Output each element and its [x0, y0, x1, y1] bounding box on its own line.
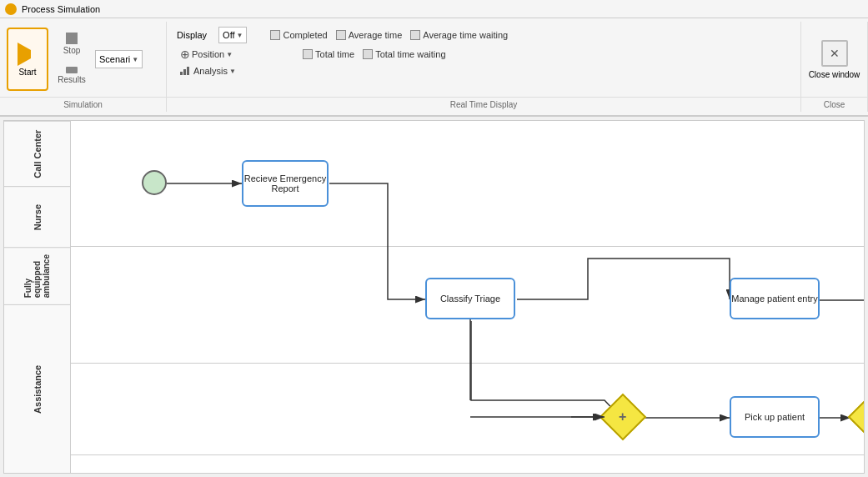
- lane-divider-2: [71, 363, 864, 364]
- chevron-down-icon: ▼: [229, 68, 236, 75]
- chevron-down-icon: ▼: [132, 56, 138, 63]
- lane-divider-3: [71, 454, 864, 455]
- off-dropdown[interactable]: Off ▼: [218, 27, 247, 43]
- start-event[interactable]: [142, 170, 167, 195]
- display-label: Display: [177, 30, 207, 40]
- chevron-down-icon: ▼: [226, 51, 233, 58]
- close-window-label: Close window: [809, 70, 860, 79]
- average-time-waiting-checkbox[interactable]: Average time waiting: [410, 30, 508, 40]
- display-label-bottom: Real Time Display: [167, 97, 800, 112]
- play-icon: [18, 43, 41, 66]
- ribbon: Start Stop Results Scenari ▼: [0, 18, 868, 117]
- checkbox-icon: [410, 30, 420, 40]
- analysis-button[interactable]: Analysis ▼: [177, 65, 239, 77]
- receive-node[interactable]: Recieve Emergency Report: [242, 160, 329, 207]
- classify-node[interactable]: Classify Triage: [425, 278, 515, 319]
- app-title: Process Simulation: [22, 4, 100, 14]
- close-label: Close: [801, 97, 867, 112]
- lane-assistance: Assistance: [4, 304, 70, 473]
- checkbox-icon: [270, 30, 280, 40]
- start-button[interactable]: Start: [7, 28, 48, 91]
- lane-call-center: Call Center: [4, 121, 70, 186]
- results-icon: [66, 67, 78, 73]
- pickup-node[interactable]: Pick up patient: [730, 396, 820, 438]
- app-icon: [5, 3, 17, 15]
- total-time-checkbox[interactable]: Total time: [303, 49, 354, 59]
- stop-button[interactable]: Stop: [53, 28, 90, 58]
- completed-checkbox[interactable]: Completed: [270, 30, 327, 40]
- swimlane-labels: Call Center Nurse Fully equipped ambulan…: [4, 121, 71, 473]
- title-bar: Process Simulation: [0, 0, 868, 18]
- lane-nurse: Nurse: [4, 186, 70, 247]
- checkbox-icon: [363, 49, 373, 59]
- scenario-dropdown[interactable]: Scenari ▼: [95, 50, 143, 68]
- average-time-checkbox[interactable]: Average time: [336, 30, 403, 40]
- chevron-down-icon: ▼: [237, 32, 243, 39]
- close-window-button[interactable]: [821, 40, 848, 67]
- manage-node[interactable]: Manage patient entry: [730, 278, 820, 319]
- diagram-canvas: Recieve Emergency Report Classify Triage…: [71, 121, 864, 473]
- position-button[interactable]: ⊕ Position ▼: [177, 47, 236, 62]
- stop-icon: [66, 33, 78, 44]
- simulation-label: Simulation: [0, 97, 166, 112]
- display-section: Display Off ▼ Completed Average time: [167, 22, 801, 112]
- lane-fully-equipped: Fully equipped ambulance: [4, 247, 70, 304]
- close-section: Close window Close: [801, 22, 868, 112]
- analysis-icon: [180, 67, 192, 75]
- total-time-waiting-checkbox[interactable]: Total time waiting: [363, 49, 445, 59]
- gateway-1[interactable]: +: [600, 394, 647, 441]
- simulation-section: Start Stop Results Scenari ▼: [0, 22, 167, 112]
- gateway-2[interactable]: +: [848, 394, 864, 441]
- diagram-area: Call Center Nurse Fully equipped ambulan…: [3, 120, 865, 474]
- lane-divider-1: [71, 246, 864, 247]
- position-icon: ⊕: [180, 48, 190, 61]
- checkbox-icon: [336, 30, 346, 40]
- checkbox-icon: [303, 49, 313, 59]
- results-button[interactable]: Results: [53, 60, 90, 90]
- gateway-plus-icon: +: [619, 409, 626, 424]
